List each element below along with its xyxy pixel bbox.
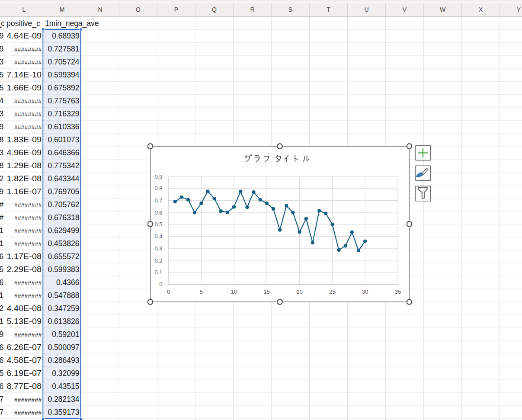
svg-text:0.8: 0.8 (154, 185, 162, 192)
svg-text:S: S (288, 6, 292, 13)
svg-text:########: ######## (14, 332, 42, 338)
svg-text:########: ######## (14, 293, 42, 299)
svg-text:9: 9 (0, 330, 3, 339)
svg-text:8: 8 (0, 161, 3, 170)
svg-text:M: M (60, 6, 65, 13)
svg-text:Q: Q (212, 6, 217, 13)
svg-text:3: 3 (0, 58, 3, 66)
svg-text:_c: _c (0, 19, 5, 28)
svg-text:0.2: 0.2 (154, 257, 162, 264)
svg-text:0.286493: 0.286493 (48, 356, 80, 365)
svg-text:1.29E-08: 1.29E-08 (7, 161, 42, 170)
svg-text:4.96E-09: 4.96E-09 (7, 148, 42, 157)
svg-text:########: ######## (14, 215, 42, 221)
svg-text:8: 8 (0, 135, 3, 144)
svg-text:1.17E-08: 1.17E-08 (7, 252, 42, 261)
svg-text:7: 7 (0, 408, 3, 417)
svg-text:1: 1 (0, 317, 3, 326)
svg-text:########: ######## (14, 280, 42, 286)
svg-text:5.13E-09: 5.13E-09 (7, 317, 42, 326)
svg-text:7.14E-10: 7.14E-10 (7, 71, 42, 79)
svg-text:0.705762: 0.705762 (48, 200, 80, 209)
svg-text:0.775763: 0.775763 (48, 96, 80, 105)
svg-text:7: 7 (0, 395, 3, 404)
svg-text:0.655572: 0.655572 (48, 252, 80, 261)
svg-text:0.610336: 0.610336 (48, 122, 80, 131)
svg-text:8.77E-08: 8.77E-08 (7, 382, 42, 391)
svg-text:9: 9 (0, 187, 3, 196)
svg-text:0.601073: 0.601073 (48, 135, 80, 144)
svg-text:0.347259: 0.347259 (48, 304, 80, 313)
svg-text:2: 2 (0, 304, 3, 313)
svg-text:########: ######## (14, 228, 42, 234)
svg-text:0.599394: 0.599394 (48, 71, 80, 79)
svg-text:X: X (479, 6, 483, 13)
svg-text:0.359173: 0.359173 (48, 408, 80, 417)
svg-text:5: 5 (0, 83, 3, 92)
svg-text:0.68939: 0.68939 (52, 32, 79, 40)
svg-text:4.58E-07: 4.58E-07 (7, 356, 42, 365)
svg-text:0.675892: 0.675892 (48, 83, 80, 92)
svg-text:0.453826: 0.453826 (48, 239, 80, 248)
svg-text:V: V (403, 6, 407, 13)
svg-text:0.282134: 0.282134 (48, 395, 80, 404)
svg-text:0.547888: 0.547888 (48, 291, 80, 300)
svg-text:########: ######## (14, 46, 42, 53)
svg-text:1.16E-07: 1.16E-07 (7, 187, 42, 196)
svg-text:20: 20 (296, 289, 302, 295)
svg-text:0.9: 0.9 (154, 173, 162, 180)
svg-text:########: ######## (14, 410, 42, 416)
svg-text:1: 1 (0, 291, 3, 300)
svg-text:1min_nega_ave: 1min_nega_ave (45, 19, 99, 28)
svg-text:positive_c: positive_c (6, 19, 40, 28)
svg-text:6: 6 (0, 278, 3, 287)
svg-text:0.43515: 0.43515 (52, 382, 79, 391)
svg-text:########: ######## (14, 397, 42, 403)
svg-text:0.1: 0.1 (154, 269, 162, 276)
svg-text:4.40E-08: 4.40E-08 (7, 304, 42, 313)
svg-text:0.705724: 0.705724 (48, 58, 80, 66)
svg-text:#: # (0, 213, 3, 222)
svg-text:0.646366: 0.646366 (48, 148, 80, 157)
svg-text:0.3: 0.3 (154, 245, 162, 252)
svg-text:0.775342: 0.775342 (48, 161, 80, 170)
svg-text:0.676318: 0.676318 (48, 213, 80, 222)
svg-text:6: 6 (0, 382, 3, 391)
svg-text:0.716329: 0.716329 (48, 109, 80, 118)
svg-text:0.6: 0.6 (154, 209, 162, 216)
svg-text:25: 25 (329, 289, 335, 295)
svg-text:6.19E-07: 6.19E-07 (7, 369, 42, 378)
svg-text:0.500097: 0.500097 (48, 343, 80, 352)
svg-text:0.7: 0.7 (154, 197, 162, 204)
svg-text:0.59201: 0.59201 (52, 330, 79, 339)
svg-text:5: 5 (0, 369, 3, 378)
svg-text:4: 4 (0, 96, 3, 105)
svg-text:4.64E-09: 4.64E-09 (7, 32, 42, 40)
svg-text:0.643344: 0.643344 (48, 174, 80, 183)
svg-text:15: 15 (264, 289, 270, 295)
svg-text:W: W (440, 6, 446, 13)
svg-text:0.32099: 0.32099 (52, 369, 79, 378)
svg-text:1.83E-09: 1.83E-09 (7, 135, 42, 144)
svg-text:3: 3 (0, 148, 3, 157)
svg-text:9: 9 (0, 32, 3, 40)
svg-text:6: 6 (0, 252, 3, 261)
svg-text:O: O (136, 6, 141, 13)
svg-text:1: 1 (0, 239, 3, 248)
svg-text:5: 5 (0, 265, 3, 274)
svg-text:30: 30 (362, 289, 368, 295)
svg-text:0.4366: 0.4366 (56, 278, 80, 287)
svg-text:R: R (250, 6, 254, 13)
svg-text:0.629499: 0.629499 (48, 226, 80, 235)
svg-text:9: 9 (0, 122, 3, 131)
svg-text:L: L (22, 6, 26, 13)
svg-text:0: 0 (167, 289, 170, 295)
svg-text:3: 3 (0, 109, 3, 118)
svg-text:0.613826: 0.613826 (48, 317, 80, 326)
svg-text:########: ######## (14, 111, 42, 118)
svg-text:########: ######## (14, 241, 42, 247)
svg-text:35: 35 (395, 289, 401, 295)
svg-text:0.769705: 0.769705 (48, 187, 80, 196)
svg-text:5: 5 (0, 71, 3, 79)
svg-text:1.66E-09: 1.66E-09 (7, 83, 42, 92)
